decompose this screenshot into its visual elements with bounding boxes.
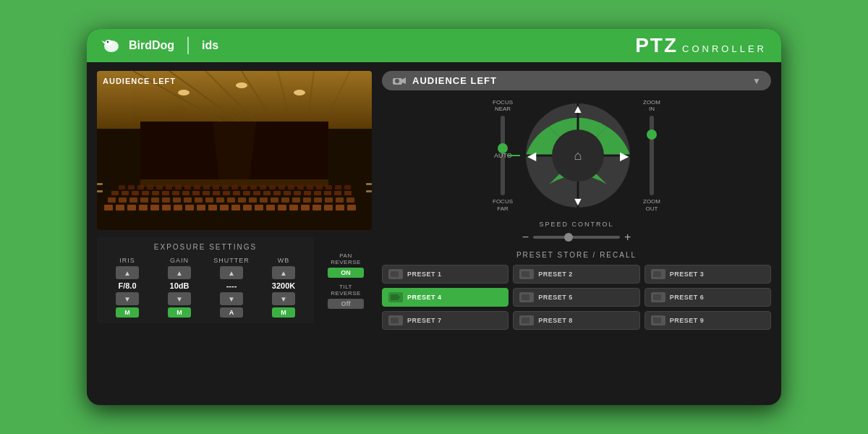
svg-rect-140 <box>522 318 529 323</box>
svg-rect-58 <box>271 197 278 203</box>
preset-8-label: PRESET 8 <box>538 317 573 324</box>
preset-1-btn[interactable]: PRESET 1 <box>382 265 509 284</box>
preset-3-btn[interactable]: PRESET 3 <box>644 265 771 284</box>
app-title: PTZ CONROLLER <box>635 34 767 57</box>
speed-label: SPEED CONTROL <box>539 221 613 228</box>
svg-rect-126 <box>391 271 399 277</box>
shutter-mode-btn[interactable]: A <box>220 307 243 318</box>
gain-up-btn[interactable]: ▲ <box>168 266 191 279</box>
svg-rect-114 <box>344 185 351 190</box>
svg-rect-17 <box>140 122 162 187</box>
iris-down-btn[interactable]: ▼ <box>116 292 139 305</box>
tilt-toggle[interactable]: Off <box>328 299 364 309</box>
svg-rect-60 <box>292 197 300 203</box>
auto-connector <box>507 155 520 156</box>
svg-rect-55 <box>238 197 246 203</box>
dpad-left-btn[interactable]: ◀ <box>523 147 540 164</box>
preset-8-icon <box>519 315 534 326</box>
zoom-slider[interactable] <box>650 116 654 195</box>
wb-up-btn[interactable]: ▲ <box>272 266 295 279</box>
preset-8-btn[interactable]: PRESET 8 <box>513 311 639 330</box>
svg-rect-105 <box>260 185 266 190</box>
video-preview: AUDIENCE LEFT <box>97 71 372 230</box>
preset-7-btn[interactable]: PRESET 7 <box>382 311 509 330</box>
svg-rect-96 <box>175 185 182 190</box>
wb-mode-btn[interactable]: M <box>272 307 295 318</box>
wb-down-btn[interactable]: ▼ <box>272 292 295 305</box>
svg-rect-23 <box>127 205 136 210</box>
brand-section: BirdDog ids <box>101 37 218 54</box>
preset-5-btn[interactable]: PRESET 5 <box>513 288 639 307</box>
svg-rect-98 <box>194 185 200 190</box>
exposure-title: EXPOSURE SETTINGS <box>104 243 307 251</box>
tilt-label: TILTREVERSE <box>331 284 361 297</box>
svg-rect-36 <box>278 205 286 210</box>
preset-7-icon <box>388 315 403 326</box>
camera-icon <box>392 76 407 86</box>
speed-slider[interactable] <box>533 236 620 239</box>
shutter-down-btn[interactable]: ▼ <box>220 292 243 305</box>
speed-plus-btn[interactable]: + <box>624 231 631 244</box>
preset-5-icon <box>519 292 534 302</box>
home-icon: ⌂ <box>574 148 582 163</box>
gain-mode-btn[interactable]: M <box>168 307 191 318</box>
title-ptz: PTZ <box>635 34 678 57</box>
exposure-section: EXPOSURE SETTINGS IRIS ▲ F/8.0 ▼ M GAIN <box>97 237 314 323</box>
svg-rect-77 <box>223 191 230 195</box>
wb-label: WB <box>278 257 290 264</box>
preset-2-btn[interactable]: PRESET 2 <box>513 265 639 284</box>
preset-2-label: PRESET 2 <box>538 271 573 278</box>
shutter-up-btn[interactable]: ▲ <box>220 266 243 279</box>
brand-ids: ids <box>202 39 218 52</box>
svg-point-1 <box>105 40 112 46</box>
iris-up-btn[interactable]: ▲ <box>116 266 139 279</box>
svg-rect-84 <box>294 191 301 195</box>
svg-rect-79 <box>243 191 250 195</box>
preset-5-label: PRESET 5 <box>538 294 573 301</box>
preset-4-btn[interactable]: PRESET 4 <box>382 288 509 307</box>
left-panel: AUDIENCE LEFT <box>97 71 372 396</box>
svg-rect-28 <box>185 205 194 210</box>
iris-mode-btn[interactable]: M <box>116 307 139 318</box>
dpad-wrapper: AUTO <box>520 98 636 213</box>
preset-9-btn[interactable]: PRESET 9 <box>644 311 771 330</box>
svg-rect-38 <box>301 205 310 210</box>
dpad-up-btn[interactable]: ▲ <box>569 101 587 118</box>
focus-near-label: FOCUSNEAR <box>493 99 513 113</box>
svg-rect-70 <box>152 191 159 195</box>
svg-marker-129 <box>529 273 532 276</box>
svg-rect-39 <box>312 205 321 210</box>
svg-point-15 <box>294 90 305 95</box>
svg-rect-59 <box>281 197 289 203</box>
wb-value: 3200K <box>272 281 295 290</box>
svg-rect-91 <box>128 185 135 190</box>
svg-rect-35 <box>266 205 275 210</box>
svg-rect-30 <box>208 205 217 210</box>
svg-point-121 <box>395 79 399 83</box>
dpad-down-btn[interactable]: ▼ <box>569 193 587 210</box>
svg-rect-83 <box>284 191 291 195</box>
speed-minus-btn[interactable]: − <box>522 231 529 244</box>
svg-rect-51 <box>195 197 203 203</box>
svg-rect-142 <box>653 318 661 323</box>
svg-rect-104 <box>250 185 257 190</box>
dropdown-arrow-icon: ▼ <box>752 76 761 86</box>
svg-rect-94 <box>156 185 163 190</box>
gain-down-btn[interactable]: ▼ <box>168 292 191 305</box>
preset-2-icon <box>519 269 534 279</box>
svg-rect-82 <box>273 191 281 195</box>
app-frame: BirdDog ids PTZ CONROLLER AUDIENCE LEFT <box>87 29 781 405</box>
svg-rect-32 <box>231 205 240 210</box>
svg-marker-120 <box>402 77 406 84</box>
svg-rect-128 <box>522 271 529 277</box>
camera-selector[interactable]: AUDIENCE LEFT ▼ <box>382 71 771 90</box>
preset-3-icon <box>651 269 665 279</box>
dpad-home-btn[interactable]: ⌂ <box>556 134 600 177</box>
pan-toggle[interactable]: ON <box>328 268 364 278</box>
svg-marker-139 <box>399 319 401 322</box>
svg-rect-61 <box>303 197 311 203</box>
preset-6-btn[interactable]: PRESET 6 <box>644 288 771 307</box>
svg-rect-71 <box>162 191 169 195</box>
svg-rect-57 <box>260 197 268 203</box>
dpad-right-btn[interactable]: ▶ <box>616 147 633 164</box>
